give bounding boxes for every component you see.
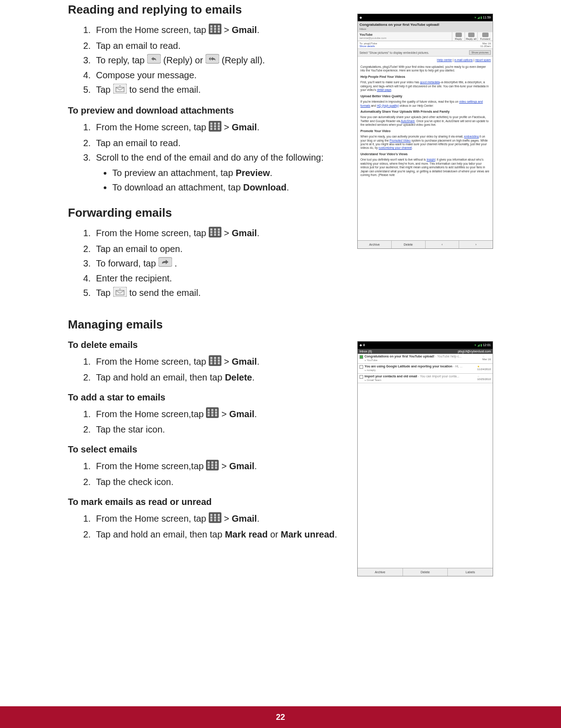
step: Tap and hold an email, then tap Mark rea… bbox=[93, 528, 345, 541]
wifi-icon: ▾ ◢ ▮ bbox=[475, 343, 482, 347]
steps-preview: From the Home screen, tap > Gmail. Tap a… bbox=[68, 120, 345, 194]
text: . bbox=[257, 25, 259, 35]
reply-button[interactable]: Reply bbox=[452, 32, 465, 41]
separator: > bbox=[224, 514, 232, 523]
checkbox-icon[interactable] bbox=[360, 365, 363, 369]
forward-button[interactable]: Forward bbox=[477, 32, 493, 41]
gmail-label: Gmail bbox=[232, 357, 257, 366]
text: To download an attachment, tap bbox=[112, 182, 243, 192]
step: Scroll to the end of the email and do an… bbox=[93, 151, 345, 194]
step: Enter the recipient. bbox=[93, 271, 345, 285]
delete-button[interactable]: Delete bbox=[403, 568, 448, 576]
help-center-link[interactable]: Help center bbox=[437, 58, 452, 62]
body-heading: Automatically Share Your Uploads With Fr… bbox=[360, 110, 450, 113]
text: Tap bbox=[96, 85, 113, 95]
checkbox-icon[interactable] bbox=[360, 355, 363, 359]
body-link[interactable]: good metadata bbox=[420, 81, 440, 84]
apps-icon bbox=[206, 460, 219, 474]
inbox-item[interactable]: Import your contacts and old email - You… bbox=[358, 374, 493, 384]
separator: > bbox=[224, 25, 232, 35]
text: From the Home screen, tap bbox=[96, 228, 209, 238]
body-link[interactable]: customizing your channel bbox=[379, 146, 412, 149]
step: From the Home screen, tap > Gmail. bbox=[93, 120, 345, 135]
labels-button[interactable]: Labels bbox=[448, 568, 493, 576]
text: Tap and hold an email, then tap bbox=[96, 372, 225, 382]
apps-icon bbox=[209, 121, 221, 135]
body-text: If you're interested in improving the qu… bbox=[360, 100, 459, 103]
item-date: 10/25/2010 bbox=[477, 378, 491, 381]
report-spam-link[interactable]: report spam bbox=[475, 58, 491, 62]
body-link[interactable]: embedding bbox=[464, 135, 479, 138]
preview-label: Preview bbox=[235, 168, 270, 178]
show-pictures-button[interactable]: Show pictures bbox=[469, 50, 491, 55]
body-text: First, you'll want to make sure your vid… bbox=[360, 81, 420, 84]
mark-read-label: Mark read bbox=[225, 529, 268, 539]
steps-reading: From the Home screen, tap > Gmail. Tap a… bbox=[68, 23, 345, 97]
step: From the Home screen, tap > Gmail. bbox=[93, 23, 345, 38]
checkbox-icon[interactable] bbox=[360, 375, 363, 379]
account-name: ptsgUt@cyberdust.com bbox=[458, 350, 491, 353]
text: . bbox=[174, 258, 177, 268]
body-text: and bbox=[370, 104, 377, 107]
bottom-toolbar: Archive Delete Labels bbox=[358, 568, 493, 576]
item-subject: Congratulations on your first YouTube up… bbox=[364, 355, 434, 358]
body-link[interactable]: HQ (high quality) bbox=[377, 104, 399, 107]
item-sender: » noreply bbox=[364, 369, 376, 371]
archive-button[interactable]: Archive bbox=[358, 241, 392, 248]
apps-icon bbox=[209, 355, 221, 370]
delete-button[interactable]: Delete bbox=[392, 241, 426, 248]
text: From the Home screen, tap bbox=[96, 122, 209, 132]
email-options-link[interactable]: e-mail options bbox=[455, 58, 473, 62]
text: From the Home screen, tap bbox=[96, 357, 209, 366]
bullet: To preview an attachment, tap Preview. bbox=[112, 166, 345, 180]
step: From the Home screen, tap > Gmail. bbox=[93, 355, 345, 370]
text: . bbox=[257, 122, 259, 132]
gmail-label: Gmail bbox=[232, 514, 257, 523]
steps-select: From the Home screen,tap > Gmail. Tap th… bbox=[68, 459, 345, 489]
step: Tap an email to read. bbox=[93, 136, 345, 150]
wifi-icon: ▾ ◢ ▮ bbox=[475, 16, 482, 19]
text: Tap bbox=[96, 288, 113, 298]
step: To reply, tap (Reply) or (Reply all). bbox=[93, 53, 345, 68]
prev-button[interactable]: ‹ bbox=[426, 241, 460, 248]
heading-mark-read: To mark emails as read or unread bbox=[68, 497, 345, 507]
text: . bbox=[270, 168, 273, 178]
body-link[interactable]: Insight bbox=[427, 158, 435, 161]
email-subject: Congratulations on your first YouTube up… bbox=[360, 23, 439, 27]
email-time: 11:20am bbox=[480, 45, 491, 48]
heading-managing: Managing emails bbox=[68, 318, 345, 332]
text: From the Home screen,tap bbox=[96, 461, 206, 471]
sender-email: service@youtube.com bbox=[360, 37, 386, 39]
steps-mark-read: From the Home screen, tap > Gmail. Tap a… bbox=[68, 512, 345, 541]
archive-button[interactable]: Archive bbox=[358, 568, 403, 576]
separator: > bbox=[221, 409, 229, 419]
sender-name: YouTube bbox=[360, 33, 373, 36]
text: From the Home screen, tap bbox=[96, 25, 209, 35]
step: From the Home screen,tap > Gmail. bbox=[93, 459, 345, 474]
next-button[interactable]: › bbox=[459, 241, 493, 248]
step: From the Home screen,tap > Gmail. bbox=[93, 407, 345, 422]
inbox-item[interactable]: Congratulations on your first YouTube up… bbox=[358, 354, 493, 364]
reply-all-button[interactable]: Reply all bbox=[465, 32, 477, 41]
subject-bar: Congratulations on your first YouTube up… bbox=[358, 21, 493, 32]
apps-icon bbox=[209, 227, 221, 241]
status-time: 11:59 bbox=[483, 16, 491, 19]
inbox-header: Inbox (6)ptsgUt@cyberdust.com bbox=[358, 349, 493, 354]
gmail-label: Gmail bbox=[232, 122, 257, 132]
email-toolbar: YouTubeservice@youtube.com Reply Reply a… bbox=[358, 32, 493, 41]
body-link[interactable]: detail page bbox=[377, 88, 391, 91]
step: Tap an email to read. bbox=[93, 39, 345, 52]
page-footer: 22 bbox=[0, 706, 561, 728]
body-link[interactable]: AutoShare bbox=[401, 119, 415, 123]
forward-icon bbox=[158, 257, 172, 271]
step: Tap to send the email. bbox=[93, 83, 345, 97]
body-text: One tool you definitely won't want to li… bbox=[360, 158, 427, 161]
heading-preview-download: To preview and download attachments bbox=[68, 105, 345, 116]
body-link[interactable]: Promoted Video bbox=[389, 139, 411, 142]
text: (Reply all). bbox=[222, 55, 265, 65]
status-time: 12:01 bbox=[483, 343, 491, 347]
inbox-item[interactable]: You are using Google Latitude and report… bbox=[358, 364, 493, 374]
show-details-link[interactable]: Show details bbox=[360, 45, 375, 48]
text: . bbox=[257, 357, 259, 366]
inbox-label: Inbox bbox=[360, 28, 366, 30]
